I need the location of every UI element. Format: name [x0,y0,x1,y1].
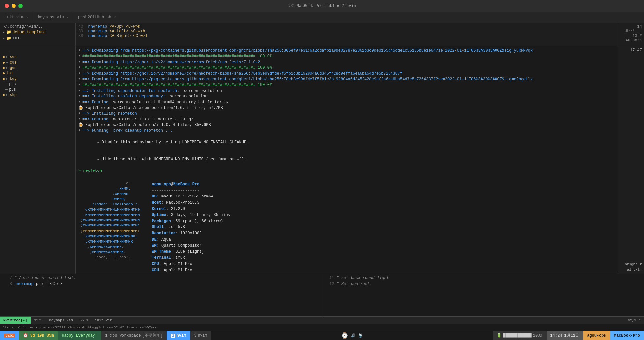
sidebar-ses[interactable]: ▸ ses [3,54,73,60]
install-dep-line: ● ==> Installing dependencies for neofet… [78,88,615,94]
sidebar-dot-item[interactable]: . [3,49,73,54]
tab1-indicator: tab1 [4,334,15,338]
right-panel: 17:47 bright r al.txt: [618,46,644,274]
right-panel-bright: bright r [625,262,642,266]
right-code-13: 13 # Author: [620,34,642,43]
download-line-1: ● ==> Downloading from https://pkg-conta… [78,48,615,54]
tab-close-icon[interactable]: ✕ [114,15,116,19]
progress-bar-3: ● ######################################… [78,82,615,88]
tab-keymaps-vim[interactable]: keymaps.vim ✕ [33,12,73,23]
sidebar-gen[interactable]: ▸ gen [3,65,73,71]
titlebar-prefix: ⌥⌘1 [288,3,295,8]
titlebar: ⌥⌘1 MacBook-Pro tab1 ● 2 nvim [0,0,644,12]
tmux-win1[interactable]: 1 xbb workspace [不要关闭] [101,331,166,340]
code-line-38: 38 nnoremap <A-Right> <C-w>l [78,34,615,38]
tmux-middle-section: ⌚ 🔊 📡 [341,332,363,339]
init-status: init.vim [92,318,116,322]
minimize-button[interactable] [12,4,16,8]
tmux-win2[interactable]: 2 nvim [167,331,190,340]
code-line-8: 8 nnoremap p p=`]<C-o> [3,281,319,287]
bottom-panel: 7 " Auto indent pasted text: 8 nnoremap … [0,274,644,316]
disable-line: ● Disable this behaviour by setting HOME… [78,134,615,151]
tab-label: push2GitHub.sh [78,15,111,20]
tmux-left-section: tab1 ⏰ 3d 19h 35m Happy Everyday! 1 xbb … [0,331,211,340]
sidebar-root-path: ~/.config/nvim/.. [3,24,73,29]
nvimtree-pos: 32:5 [31,318,46,322]
neofetch-cmd: > neofetch [78,168,615,174]
tmux-statusbar: tab1 ⏰ 3d 19h 35m Happy Everyday! 1 xbb … [0,331,644,340]
code-line-12: 12 " Set contrast. [325,281,642,287]
init-pos: 62,1 a [624,318,644,322]
tmux-timer: ⏰ 3d 19h 35m [19,331,58,340]
tmux-host: MacBook-Pro [610,331,644,340]
term-line-text: "term:~/~/.config/nvim//32792:/bin/zsh;#… [3,326,157,329]
pouring-line: ● ==> Pouring screenresolution-1.6.arm64… [78,100,615,105]
tmux-datetime: 14:24 1月11日 [547,331,583,340]
tab-label: keymaps.vim [38,15,64,20]
sidebar-item-label: debug-template [13,30,46,35]
code-line-11: 11 " set background=light [325,275,642,281]
term-statusline: "term:~/~/.config/nvim//32792:/bin/zsh;#… [0,324,644,331]
sidebar-cus[interactable]: ▸ cus [3,60,73,65]
sidebar-pus2[interactable]: ─ pus [3,87,73,92]
nvimtree-mode: NvimTree[-] [0,317,31,324]
code-line-39: 39 nnoremap <A-Left> <C-w>h [78,29,615,34]
sidebar-key[interactable]: ▸ key [3,76,73,82]
neofetch-art: 'c. ,xNMM. .OMMMMo OMMM0, .;loddo:' lool… [78,175,142,274]
download-line-2: ● ==> Downloading https://ghcr.io/v2/hom… [78,60,615,65]
sidebar-pus1[interactable]: ─ pus [3,82,73,87]
install-neofetch: ● ==> Installing neofetch [78,111,615,117]
keymaps-pos: 55:1 [76,318,92,322]
tabs-bar: init.vim ✕ keymaps.vim ✕ push2GitHub.sh … [0,12,644,23]
neofetch-output: 'c. ,xNMM. .OMMMMo OMMM0, .;loddo:' lool… [78,175,615,274]
sidebar-item-label: lua [13,36,20,41]
bottom-right-editor: 11 " set background=light 12 " Set contr… [322,274,644,316]
install-dep-2: ● ==> Installing neofetch dependency: sc… [78,94,615,99]
code-line-40: 40 nnoremap <A-Up> <C-w>k [78,24,615,29]
close-button[interactable] [5,4,9,8]
sidebar: . ▸ ses ▸ cus ▸ gen [0,46,76,274]
download-line-4: ● ==> Downloading from https://pkg-conta… [78,77,615,82]
right-panel-time: 17:47 [630,48,642,53]
tmux-battery: 🔋 ████████████ 100% [493,331,546,340]
bottom-left-editor: 7 " Auto indent pasted text: 8 nnoremap … [0,274,322,316]
running-cleanup: ● ==> Running `brew cleanup neofetch`... [78,128,615,134]
cellar-line-2: 🍺 /opt/homebrew/Cellar/neofetch/7.1.0: 6… [78,122,615,128]
terminal-output: ● ==> Downloading from https://pkg-conta… [76,46,618,274]
tab-push2github[interactable]: push2GitHub.sh ✕ [73,12,121,23]
tmux-tab1[interactable]: tab1 [0,331,19,340]
cellar-line-1: 🍺 /opt/homebrew/Cellar/screenresolution/… [78,105,615,111]
sidebar-ini[interactable]: ini [3,71,73,76]
tmux-win3[interactable]: 3 nvim [190,331,211,340]
keymaps-status: keymaps.vim [46,318,76,322]
neofetch-info: agou-ops@MacBook-Pro -------------------… [152,175,289,274]
tab-label: init.vim [5,15,24,20]
tmux-user: agou-ops [583,331,610,340]
tab-close-icon[interactable]: ✕ [26,15,28,19]
sidebar-shp[interactable]: ▸ shp [3,92,73,98]
tab-init-vim[interactable]: init.vim ✕ [0,12,33,23]
maximize-button[interactable] [18,4,23,8]
tmux-right-section: 🔋 ████████████ 100% 14:24 1月11日 agou-ops… [493,331,644,340]
sidebar-debug-template[interactable]: ▸ 📁 debug-template [3,29,73,35]
right-panel-text2: al.txt: [627,268,642,272]
tab-close-icon[interactable]: ✕ [67,15,68,19]
code-line-7: 7 " Auto indent pasted text: [3,275,319,281]
vim-statusline-1: NvimTree[-] 32:5 keymaps.vim 55:1 init.v… [0,316,644,324]
tmux-happy: Happy Everyday! [58,331,101,340]
traffic-lights [5,4,23,8]
titlebar-title: MacBook-Pro tab1 ● 2 nvim [297,4,356,8]
right-code-14: 14 #***... [620,24,642,34]
progress-bar-2: ● ######################################… [78,65,615,71]
pouring-neofetch: ● ==> Pouring neofetch-7.1.0.all.bottle.… [78,117,615,122]
download-line-3: ● ==> Downloading https://ghcr.io/v2/hom… [78,71,615,77]
progress-bar-1: ● ######################################… [78,54,615,59]
sidebar-lua[interactable]: ▾ 📁 lua [3,35,73,41]
hide-hints-line: ● Hide these hints with HOMEBREW_NO_ENV_… [78,151,615,168]
